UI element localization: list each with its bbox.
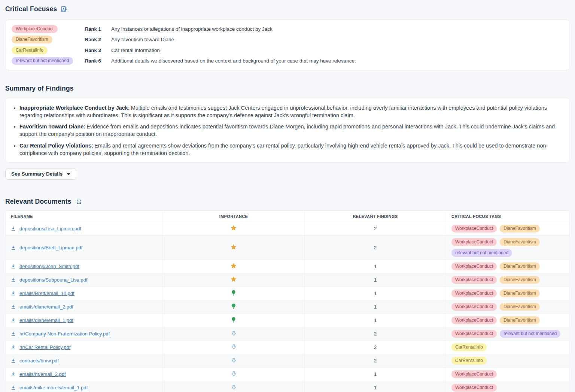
star-icon	[230, 244, 237, 250]
document-link[interactable]: emails/hr/email_2.pdf	[19, 371, 66, 377]
focus-tag-pill: DianeFavoritism	[500, 276, 540, 284]
focus-tag-pill: WorkplaceConduct	[12, 25, 58, 33]
document-row: emails/diane/email_1.pdf 1 WorkplaceCond…	[6, 313, 569, 327]
arrow-down-outline-icon	[231, 384, 237, 391]
arrow-down-outline-icon	[231, 371, 237, 377]
download-icon[interactable]	[11, 226, 16, 231]
critical-focus-tags: WorkplaceConductDianeFavoritism	[451, 276, 564, 284]
focus-tag-pill: WorkplaceConduct	[451, 303, 497, 311]
summary-heading: Summary of Findings	[5, 85, 570, 92]
document-link[interactable]: depositions/Lisa_Lipman.pdf	[19, 226, 81, 231]
document-link[interactable]: hr/Car Rental Policy.pdf	[19, 344, 70, 350]
critical-focus-tags: WorkplaceConductDianeFavoritismrelevant …	[451, 238, 564, 257]
document-link[interactable]: depositions/Brett_Lipman.pdf	[19, 245, 82, 250]
focus-tag-pill: DianeFavoritism	[12, 36, 52, 43]
document-row: emails/hr/email_2.pdf 1 WorkplaceConduct	[6, 367, 569, 381]
star-icon	[230, 276, 237, 283]
summary-bullet: Inappropriate Workplace Conduct by Jack:…	[19, 104, 563, 119]
focus-rank: Rank 3	[85, 48, 111, 53]
document-link[interactable]: depositions/Subpoena_Lisa.pdf	[19, 277, 87, 283]
critical-focuses-panel: WorkplaceConduct Rank 1 Any instances or…	[5, 19, 570, 70]
focus-tag-pill: DianeFavoritism	[500, 303, 540, 311]
relevant-findings-count: 1	[374, 371, 377, 377]
focus-tag-pill: DianeFavoritism	[500, 225, 540, 233]
focus-description: Any favoritism toward Diane	[111, 37, 563, 42]
relevant-documents-heading: Relevant Documents	[5, 198, 570, 206]
relevant-findings-count: 1	[374, 304, 377, 310]
relevant-findings-count: 2	[374, 331, 377, 337]
critical-focus-tags: CarRentalInfo	[451, 357, 564, 365]
address-book-icon[interactable]	[61, 6, 67, 12]
focus-tag-pill: WorkplaceConduct	[451, 225, 497, 233]
document-link[interactable]: emails/Brett/email_10.pdf	[19, 291, 74, 296]
document-link[interactable]: emails/diane/email_1.pdf	[19, 317, 73, 323]
arrow-down-outline-icon	[231, 330, 237, 337]
download-icon[interactable]	[11, 331, 16, 336]
download-icon[interactable]	[11, 291, 16, 296]
critical-focus-tags: WorkplaceConductDianeFavoritism	[451, 262, 564, 270]
document-link[interactable]: depositions/John_Smith.pdf	[19, 264, 79, 269]
critical-focus-tags: WorkplaceConductDianeFavoritism	[451, 316, 564, 324]
document-row: depositions/Brett_Lipman.pdf 2 Workplace…	[6, 235, 569, 259]
focus-description: Any instances or allegations of inapprop…	[111, 26, 563, 32]
expand-icon[interactable]	[76, 199, 82, 204]
focus-tag-pill: CarRentalInfo	[451, 357, 487, 365]
document-link[interactable]: emails/mike morels/email_1.pdf	[19, 385, 88, 391]
focus-description: Additional details we discovered based o…	[111, 58, 563, 64]
download-icon[interactable]	[11, 358, 16, 363]
document-link[interactable]: emails/diane/email_2.pdf	[19, 304, 73, 310]
focus-rank: Rank 2	[85, 37, 111, 42]
critical-focus-row: CarRentalInfo Rank 3 Car rental informat…	[12, 45, 563, 56]
download-icon[interactable]	[11, 345, 16, 350]
focus-tag-pill: relevant but not mentioned	[500, 330, 560, 338]
relevant-findings-count: 2	[374, 344, 377, 350]
critical-focuses-title: Critical Focuses	[5, 5, 57, 13]
focus-tag-pill: CarRentalInfo	[451, 343, 487, 351]
focus-tag-pill: WorkplaceConduct	[451, 276, 497, 284]
document-row: hr/Car Rental Policy.pdf 2 CarRentalInfo	[6, 340, 569, 354]
download-icon[interactable]	[11, 304, 16, 309]
critical-focus-row: relevant but not mentioned Rank 6 Additi…	[12, 56, 563, 67]
star-icon	[230, 262, 237, 269]
focus-tag-pill: DianeFavoritism	[500, 238, 540, 246]
focus-tag-pill: DianeFavoritism	[500, 316, 540, 324]
see-summary-details-button[interactable]: See Summary Details	[5, 168, 76, 180]
column-header-filename: Filename	[6, 211, 162, 222]
download-icon[interactable]	[11, 245, 16, 250]
focus-tag-pill: relevant but not mentioned	[451, 249, 512, 257]
document-link[interactable]: hr/Company Non-Fraternization Policy.pdf	[19, 331, 110, 337]
document-row: emails/mike morels/email_1.pdf 1 Workpla…	[6, 381, 569, 392]
document-row: depositions/Subpoena_Lisa.pdf 1 Workplac…	[6, 273, 569, 286]
focus-tag-pill: WorkplaceConduct	[451, 370, 497, 378]
relevant-findings-count: 2	[374, 358, 377, 364]
lightbulb-icon	[231, 303, 237, 309]
focus-tag-pill: WorkplaceConduct	[451, 330, 497, 338]
relevant-findings-count: 2	[374, 245, 377, 250]
focus-tag-pill: WorkplaceConduct	[451, 289, 497, 297]
critical-focus-tags: WorkplaceConductDianeFavoritism	[451, 303, 564, 311]
critical-focus-tags: WorkplaceConduct	[451, 370, 564, 378]
summary-bullet: Car Rental Policy Violations:Emails and …	[19, 142, 563, 157]
critical-focus-tags: CarRentalInfo	[451, 343, 564, 351]
summary-bullet: Favoritism Toward Diane:Evidence from em…	[19, 123, 563, 138]
download-icon[interactable]	[11, 277, 16, 282]
relevant-findings-count: 2	[374, 226, 377, 231]
see-summary-details-label: See Summary Details	[11, 171, 63, 177]
table-header-row: Filename Importance Relevant Findings Cr…	[6, 211, 569, 222]
chevron-down-icon	[67, 173, 70, 175]
critical-focus-row: DianeFavoritism Rank 2 Any favoritism to…	[12, 34, 563, 45]
document-row: emails/Brett/email_10.pdf 1 WorkplaceCon…	[6, 286, 569, 300]
download-icon[interactable]	[11, 372, 16, 377]
critical-focus-tags: WorkplaceConductDianeFavoritism	[451, 225, 564, 233]
arrow-down-outline-icon	[231, 357, 237, 364]
column-header-relevant-findings: Relevant Findings	[304, 211, 446, 222]
critical-focus-tags: WorkplaceConduct	[451, 384, 564, 392]
download-icon[interactable]	[11, 385, 16, 390]
focus-tag-pill: WorkplaceConduct	[451, 316, 497, 324]
relevant-findings-count: 1	[374, 264, 377, 269]
arrow-down-outline-icon	[231, 344, 237, 350]
relevant-findings-count: 1	[374, 317, 377, 323]
download-icon[interactable]	[11, 318, 16, 323]
document-link[interactable]: contracts/bmw.pdf	[19, 358, 59, 364]
download-icon[interactable]	[11, 264, 16, 269]
